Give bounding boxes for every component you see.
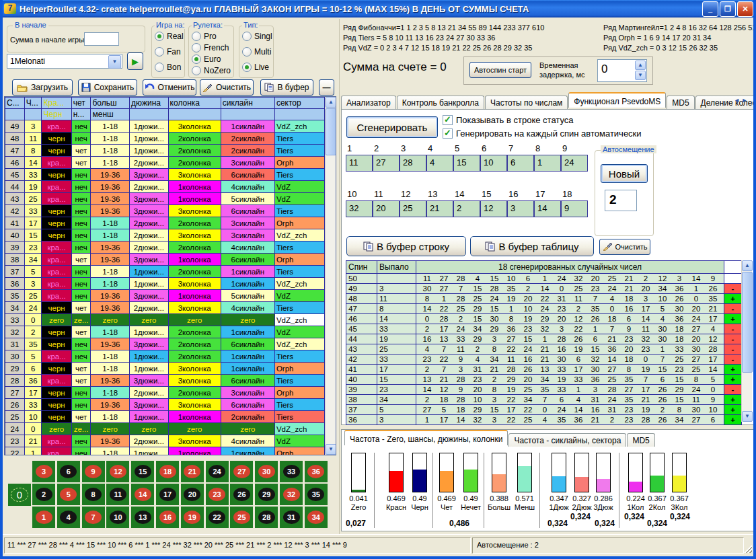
spin-row[interactable]: 42332322943411162130632141807252717- [346,354,742,364]
chevron-down-icon[interactable]: ▼ [108,55,121,69]
radio-fan[interactable]: Fan [155,47,181,57]
roulette-number-cell[interactable]: 27 [230,461,253,482]
tab-md5[interactable]: MD5 [667,96,694,109]
roulette-zero-cell[interactable]: 0 [8,484,31,506]
spin-row[interactable]: 46140282153081929201226186144362417+ [346,313,742,324]
radio-dot-icon[interactable] [192,32,201,41]
spin-row[interactable]: 411727331212826133317302781915232514+ [346,364,742,374]
spin-row[interactable]: 3834218281032234764312435212615119+ [346,394,742,404]
roulette-number-cell[interactable]: 29 [255,484,278,505]
roulette-number-cell[interactable]: 12 [106,461,129,482]
spin-row[interactable]: 4811812825241920223111741831026035+ [346,293,742,303]
delay-spinner[interactable]: 0 ▲ ▼ [597,59,647,82]
spin-row[interactable]: 39231412920819253533132827172629240- [346,384,742,394]
radio-euro[interactable]: Euro [192,54,221,64]
history-row[interactable]: 4117черннеч1-182дюжи...2колонка3сиклайнO… [5,217,325,229]
title-bar[interactable]: 7 HelperRoullet 4.32- create helperroull… [0,0,756,17]
tab-scroll-arrows[interactable]: ◄ ► [734,97,747,104]
roulette-number-cell[interactable]: 13 [131,507,154,528]
roulette-number-cell[interactable]: 31 [280,507,303,528]
roulette-number-cell[interactable]: 11 [106,484,129,505]
radio-dot-icon[interactable] [155,63,164,72]
checkbox-autogen[interactable]: ✓ Генерировать на каждый спин автоматиче… [443,128,642,139]
radio-singl[interactable]: Singl [242,32,272,41]
history-row[interactable]: 375кра...неч1-181дюжи...2колонка1сиклайн… [5,266,325,278]
history-row[interactable]: 4233черннеч19-363дюжи...3колонка6сиклайн… [5,205,325,217]
roulette-number-cell[interactable]: 19 [181,507,204,528]
history-row[interactable]: 478чернчет1-181дюжи...2колонка2сиклайнTi… [5,145,325,157]
radio-french[interactable]: French [192,43,229,52]
history-row[interactable]: 3834кра...чет19-363дюжи...1колонка6сикла… [5,254,325,266]
roulette-number-cell[interactable]: 7 [82,507,105,528]
clear-button[interactable]: Очистить [200,79,254,96]
history-row[interactable]: 3424чернчет19-362дюжи...3колонка4сиклайн… [5,302,325,314]
roulette-number-cell[interactable]: 34 [305,507,328,528]
freq-tab[interactable]: Частота - Zero, шансы, дюжины, колонки [344,430,508,445]
autoshift-value-box[interactable]: 2 [605,190,637,211]
tab-частоты-по-числам[interactable]: Частоты по числам [485,96,568,109]
buffer-row-button[interactable]: В буфер строку [346,236,466,256]
freq-tab[interactable]: Частота - сиклайны, сектора [508,433,626,447]
spin-row[interactable]: 3631171432322254353621223282634276+ [346,414,742,424]
load-button[interactable]: Загрузить [12,79,73,96]
radio-dot-icon[interactable] [242,63,252,72]
roulette-number-cell[interactable]: 3 [32,461,55,482]
copy-button[interactable]: В буфер [260,79,313,96]
roulette-number-cell[interactable]: 2 [32,484,55,505]
history-row[interactable]: 4533черннеч19-363дюжи...3колонка6сиклайн… [5,169,325,181]
radio-bon[interactable]: Bon [155,63,181,72]
panel-clear-button[interactable]: Очистить [599,239,650,255]
tab-контроль-банкролла[interactable]: Контроль банкролла [397,96,484,109]
history-row[interactable]: 322чернчет1-181дюжи...2колонка1сиклайнVd… [5,326,325,338]
history-row[interactable]: 4614кра...чет1-182дюжи...2колонка3сиклай… [5,157,325,169]
scroll-thumb[interactable] [326,108,336,155]
roulette-number-cell[interactable]: 21 [181,461,204,482]
history-row[interactable]: 296чернчет1-181дюжи...3колонка1сиклайнOr… [5,363,325,375]
history-row[interactable]: 2321кра...неч19-362дюжи...3колонка4сикла… [5,435,325,447]
roulette-number-cell[interactable]: 10 [106,507,129,528]
roulette-number-cell[interactable]: 32 [280,484,303,505]
radio-pro[interactable]: Pro [192,32,217,41]
radio-dot-icon[interactable] [242,32,252,41]
minimize-button[interactable]: _ [702,1,718,17]
radio-multi[interactable]: Multi [242,47,271,57]
collapse-button[interactable]: — [319,79,334,96]
radio-dot-icon[interactable] [192,54,201,64]
spin-row[interactable]: 49330277152835214025232421203436126- [346,283,742,293]
roulette-number-cell[interactable]: 4 [57,507,80,528]
roulette-number-cell[interactable]: 17 [156,484,179,505]
generate-button[interactable]: Сгенерировать [346,116,438,138]
radio-dot-icon[interactable] [242,47,252,57]
history-row[interactable]: 3135черннеч19-363дюжи...2колонка6сиклайн… [5,338,325,350]
run-profile-button[interactable]: ▶ [127,52,143,70]
maximize-button[interactable]: ❐ [720,1,736,17]
roulette-number-cell[interactable]: 15 [131,461,154,482]
roulette-number-cell[interactable]: 22 [206,507,229,528]
spin-row[interactable]: 43254711282224211619153620231333028- [346,344,742,354]
roulette-number-cell[interactable]: 30 [255,461,278,482]
history-row[interactable]: 330zeroze...zerozerozerozeroVdZ_zch [5,314,325,326]
buffer-table-button[interactable]: В буфер таблицу [470,236,594,256]
radio-dot-icon[interactable] [192,66,201,75]
roulette-number-cell[interactable]: 20 [181,484,204,505]
roulette-number-cell[interactable]: 33 [280,461,303,482]
history-row[interactable]: 240zeroze...zerozerozerozeroVdZ_zch [5,423,325,435]
start-sum-input[interactable] [84,32,119,46]
radio-dot-icon[interactable] [192,43,201,52]
roulette-number-cell[interactable]: 35 [305,484,328,505]
checkbox-icon[interactable]: ✓ [443,128,453,139]
history-row[interactable]: 2717черннеч1-182дюжи...2колонка3сиклайнO… [5,387,325,399]
history-row[interactable]: 3923кра...неч19-362дюжи...2колонка4сикла… [5,241,325,254]
history-scrollbar[interactable]: ▲▼ [325,97,336,455]
roulette-number-cell[interactable]: 18 [156,461,179,482]
radio-real[interactable]: Real [155,32,184,41]
radio-dot-icon[interactable] [155,32,164,41]
history-row[interactable]: 3525кра...неч19-363дюжи...1колонка5сикла… [5,290,325,302]
spin-row[interactable]: 47814222529151102423235016175302021- [346,303,742,313]
spin-row[interactable]: 37527518291517220241416312319283010+ [346,404,742,414]
scroll-thumb[interactable] [742,272,753,373]
spin-row[interactable]: 50112728415106124322025212123149 [346,274,742,284]
spinner-down-icon[interactable]: ▼ [635,71,646,80]
roulette-number-cell[interactable]: 9 [82,461,105,482]
profile-combobox[interactable]: 1Melonati ▼ [7,54,122,69]
